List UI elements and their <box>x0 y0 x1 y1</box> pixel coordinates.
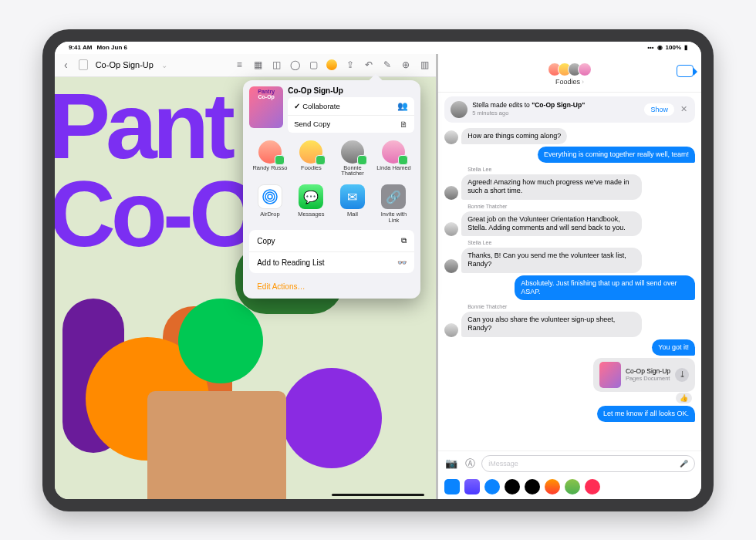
input-placeholder: iMessage <box>488 460 518 467</box>
store-drawer-icon[interactable] <box>444 479 460 494</box>
airdrop-app[interactable]: AirDrop <box>251 184 289 224</box>
chevron-down-icon[interactable]: ⌄ <box>161 61 167 69</box>
download-icon[interactable]: ⤓ <box>675 368 689 382</box>
messages-app-drawer[interactable] <box>438 476 701 499</box>
view-options-icon[interactable]: ≡ <box>234 59 245 70</box>
airdrop-icon <box>258 184 282 209</box>
memoji-drawer-icon[interactable] <box>545 479 560 494</box>
copy-action[interactable]: Copy ⧉ <box>249 230 414 252</box>
reading-list-action[interactable]: Add to Reading List 👓 <box>249 252 414 273</box>
share-person[interactable]: Foodies <box>292 140 329 177</box>
insert-text-icon[interactable]: ◯ <box>289 59 300 70</box>
insert-media-icon[interactable]: ▢ <box>308 59 319 70</box>
camera-button[interactable]: 📷 <box>444 457 458 471</box>
message-bubble: Can you also share the volunteer sign-up… <box>461 312 642 337</box>
sender-label: Bonnie Thatcher <box>467 204 695 209</box>
messages-badge-icon <box>275 155 285 165</box>
reading-list-icon: 👓 <box>397 258 407 267</box>
document-title[interactable]: Co-Op Sign-Up <box>96 60 154 69</box>
share-document-thumbnail: Pantry Co-Op <box>249 86 283 128</box>
sender-label: Stella Lee <box>467 167 695 172</box>
dismiss-banner-button[interactable]: ✕ <box>679 104 689 114</box>
message-bubble: Great job on the Volunteer Orientation H… <box>461 211 642 237</box>
mail-icon: ✉︎ <box>340 184 365 209</box>
insert-chart-icon[interactable]: ◫ <box>271 59 282 70</box>
messages-header[interactable]: Foodies› <box>438 54 701 93</box>
message-bubble: Let me know if all looks OK. <box>597 406 695 422</box>
message-bubble: How are things coming along? <box>461 128 567 144</box>
applepay-drawer-icon[interactable] <box>505 479 520 494</box>
attachment-thumbnail <box>599 362 621 388</box>
link-icon: 🔗 <box>381 184 406 209</box>
message-bubble: Absolutely. Just finishing that up and w… <box>515 275 695 301</box>
chevron-right-icon: › <box>582 78 584 86</box>
mail-app[interactable]: ✉︎ Mail <box>334 184 371 224</box>
people-icon: 👥 <box>397 101 408 111</box>
stickers-drawer-icon[interactable] <box>565 479 580 494</box>
avatar <box>444 186 458 200</box>
collaborate-option[interactable]: ✓Collaborate 👥 <box>288 97 414 116</box>
avatar <box>444 323 458 337</box>
collaboration-avatar-icon[interactable] <box>326 59 337 70</box>
format-paintbrush-icon[interactable]: ✎ <box>382 59 393 70</box>
messages-app[interactable]: 💬 Messages <box>292 184 329 224</box>
pages-toolbar: ‹ Co-Op Sign-Up ⌄ ≡ ▦ ◫ ◯ ▢ ⇪ ↶ ✎ ⊕ ▥ <box>55 54 436 77</box>
document-icon: 🗎 <box>400 120 408 129</box>
share-person[interactable]: Randy Russo <box>251 140 289 177</box>
edit-actions-button[interactable]: Edit Actions… <box>249 278 414 292</box>
group-avatar-cluster <box>548 62 592 76</box>
applecash-drawer-icon[interactable] <box>525 479 540 494</box>
share-people-row: Randy Russo Foodies Bonnie Thatcher Lind… <box>249 137 414 179</box>
battery-percent: 100% <box>666 44 681 51</box>
dictation-icon[interactable]: 🎤 <box>680 460 688 467</box>
send-copy-option[interactable]: Send Copy 🗎 <box>288 116 414 133</box>
pages-app-pane: ‹ Co-Op Sign-Up ⌄ ≡ ▦ ◫ ◯ ▢ ⇪ ↶ ✎ ⊕ ▥ <box>55 54 438 499</box>
home-indicator[interactable] <box>332 494 424 496</box>
document-settings-icon[interactable]: ▥ <box>419 59 430 70</box>
status-bar: 9:41 AM Mon Jun 6 ••• ◉ 100% ▮ <box>55 42 701 54</box>
avatar <box>451 101 467 118</box>
document-thumbnail-icon[interactable] <box>79 59 88 70</box>
signal-icon: ••• <box>647 44 653 51</box>
svg-point-1 <box>265 192 275 201</box>
share-person[interactable]: Bonnie Thatcher <box>334 140 371 177</box>
photos-drawer-icon[interactable] <box>464 479 480 494</box>
app-store-button[interactable]: Ⓐ <box>463 457 477 471</box>
messages-app-pane: Foodies› Stella made edits to "Co-Op Sig… <box>438 54 701 499</box>
message-bubble: Thanks, B! Can you send me the volunteer… <box>461 248 642 273</box>
avatar <box>444 130 458 144</box>
share-sheet-popover: Pantry Co-Op Co-Op Sign-Up ✓Collaborate … <box>243 80 420 299</box>
message-input-bar: 📷 Ⓐ iMessage 🎤 <box>438 451 701 476</box>
status-date: Mon Jun 6 <box>96 44 127 51</box>
music-drawer-icon[interactable] <box>585 479 600 494</box>
messages-badge-icon <box>398 155 408 165</box>
message-thread[interactable]: How are things coming along? Everything … <box>438 127 701 451</box>
facetime-button[interactable] <box>677 65 694 77</box>
collaboration-banner[interactable]: Stella made edits to "Co-Op Sign-Up" 5 m… <box>444 96 695 123</box>
more-icon[interactable]: ⊕ <box>400 59 411 70</box>
svg-point-0 <box>268 194 272 199</box>
avatar <box>444 222 458 236</box>
undo-icon[interactable]: ↶ <box>363 59 374 70</box>
messages-badge-icon <box>316 155 326 165</box>
message-bubble: You got it! <box>652 339 695 356</box>
copy-icon: ⧉ <box>401 236 407 245</box>
share-person[interactable]: Linda Hamed <box>375 140 412 177</box>
document-attachment[interactable]: Co-Op Sign-Up Pages Document ⤓ <box>593 358 695 392</box>
wifi-icon: ◉ <box>657 44 663 51</box>
message-input[interactable]: iMessage 🎤 <box>481 455 695 472</box>
avatar <box>444 259 458 273</box>
group-name: Foodies <box>555 78 580 86</box>
invite-link-app[interactable]: 🔗 Invite with Link <box>375 184 412 224</box>
share-icon[interactable]: ⇪ <box>345 59 356 70</box>
ipad-screen: 9:41 AM Mon Jun 6 ••• ◉ 100% ▮ ‹ Co-Op S… <box>55 42 701 499</box>
document-heading-text: Pant Co-O <box>55 82 256 258</box>
sender-label: Bonnie Thatcher <box>467 304 695 309</box>
shareplay-drawer-icon[interactable] <box>484 479 500 494</box>
tapback-reaction[interactable]: 👍 <box>676 393 692 403</box>
ipad-device-frame: 9:41 AM Mon Jun 6 ••• ◉ 100% ▮ ‹ Co-Op S… <box>42 29 714 511</box>
battery-icon: ▮ <box>684 44 687 51</box>
back-button[interactable]: ‹ <box>61 59 71 71</box>
insert-table-icon[interactable]: ▦ <box>252 59 263 70</box>
show-button[interactable]: Show <box>644 103 674 116</box>
